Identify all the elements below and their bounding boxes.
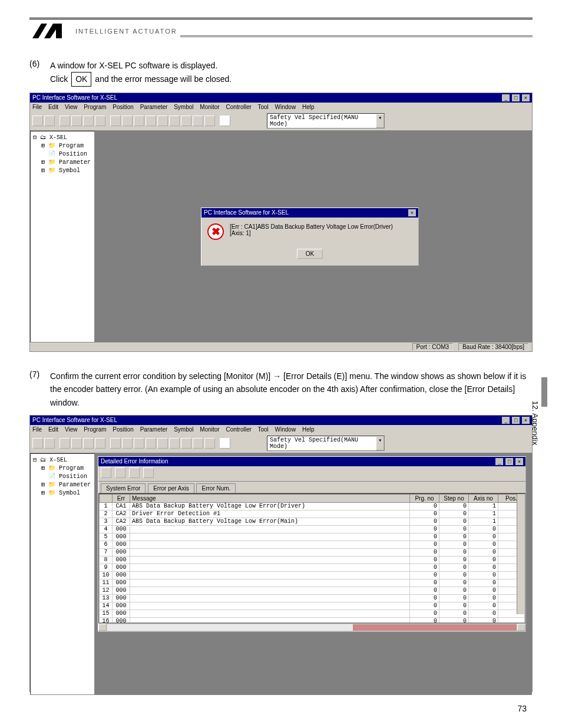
table-row[interactable]: 14000000: [100, 602, 525, 610]
menu-parameter[interactable]: Parameter: [140, 426, 168, 433]
refresh-icon[interactable]: [143, 467, 154, 478]
table-row[interactable]: 6000000: [100, 541, 525, 548]
tool-btn[interactable]: [44, 438, 55, 449]
tree-root[interactable]: ⊟🗂 X-SEL: [33, 456, 92, 465]
menu-edit[interactable]: Edit: [48, 426, 58, 433]
table-row[interactable]: 9000000: [100, 564, 525, 571]
table-row[interactable]: 4000000: [100, 525, 525, 533]
tool-btn[interactable]: [193, 438, 203, 449]
tool-btn[interactable]: [169, 438, 180, 449]
tool-btn[interactable]: [95, 438, 105, 449]
table-row[interactable]: 2CA2Driver Error Detection #1001: [100, 510, 525, 518]
table-row[interactable]: 10000000: [100, 571, 525, 579]
menu-file[interactable]: File: [32, 426, 42, 433]
vertical-scrollbar[interactable]: [517, 494, 525, 614]
table-row[interactable]: 3CA2ABS Data Backup Battery Voltage Low …: [100, 518, 525, 525]
menu-position[interactable]: Position: [113, 426, 134, 433]
minimize-icon[interactable]: _: [495, 458, 503, 465]
close-icon[interactable]: ×: [522, 94, 530, 101]
tool-btn[interactable]: [110, 116, 121, 126]
stop-btn[interactable]: [220, 438, 230, 449]
tool-btn[interactable]: [181, 116, 191, 126]
menu-controller[interactable]: Controller: [226, 104, 251, 110]
tree-item-position[interactable]: 📄 Position: [41, 473, 92, 481]
menu-symbol[interactable]: Symbol: [174, 104, 193, 110]
tool-btn[interactable]: [193, 116, 203, 126]
menu-file[interactable]: File: [32, 104, 42, 110]
minimize-icon[interactable]: _: [502, 94, 510, 101]
tool-btn[interactable]: [32, 438, 43, 449]
tree-item-program[interactable]: ⊞📁 Program: [41, 142, 92, 150]
close-icon[interactable]: ×: [522, 417, 530, 424]
menu-position[interactable]: Position: [113, 104, 134, 110]
tool-btn[interactable]: [134, 116, 144, 126]
tool-btn[interactable]: [122, 116, 133, 126]
tab-system-error[interactable]: System Error: [101, 483, 146, 493]
table-row[interactable]: 13000000: [100, 594, 525, 602]
tree-item-parameter[interactable]: ⊞📁 Parameter: [41, 481, 92, 489]
tool-btn[interactable]: [129, 467, 140, 478]
table-row[interactable]: 7000000: [100, 548, 525, 556]
table-row[interactable]: 12000000: [100, 587, 525, 594]
scroll-track[interactable]: [107, 624, 517, 631]
menu-tool[interactable]: Tool: [257, 426, 268, 433]
tree-root[interactable]: ⊟🗂 X-SEL: [33, 134, 92, 142]
stop-btn[interactable]: [220, 116, 230, 126]
print-icon[interactable]: [115, 467, 125, 478]
tool-btn[interactable]: [157, 438, 168, 449]
tool-btn[interactable]: [71, 438, 82, 449]
menu-window[interactable]: Window: [275, 104, 296, 110]
menu-window[interactable]: Window: [275, 426, 296, 433]
tool-btn[interactable]: [122, 438, 133, 449]
table-row[interactable]: 11000000: [100, 579, 525, 587]
tool-btn[interactable]: [204, 116, 215, 126]
tree-item-parameter[interactable]: ⊞📁 Parameter: [41, 159, 92, 167]
tool-btn[interactable]: [59, 116, 70, 126]
tool-btn[interactable]: [134, 438, 144, 449]
tree-item-symbol[interactable]: ⊞📁 Symbol: [41, 489, 92, 498]
menu-view[interactable]: View: [65, 426, 78, 433]
table-row[interactable]: 16000000: [100, 617, 525, 623]
tree-item-symbol[interactable]: ⊞📁 Symbol: [41, 167, 92, 175]
tool-btn[interactable]: [110, 438, 121, 449]
menu-symbol[interactable]: Symbol: [174, 426, 193, 433]
minimize-icon[interactable]: _: [502, 417, 510, 424]
mode-combo[interactable]: Safety Vel Specified(MANU Mode) ▾: [267, 436, 385, 451]
tab-error-num[interactable]: Error Num.: [196, 483, 236, 493]
menu-help[interactable]: Help: [302, 426, 315, 433]
tool-btn[interactable]: [71, 116, 82, 126]
tool-btn[interactable]: [32, 116, 43, 126]
maximize-icon[interactable]: □: [512, 94, 520, 101]
table-row[interactable]: 15000000: [100, 610, 525, 617]
ok-button[interactable]: OK: [297, 249, 323, 259]
table-row[interactable]: 1CA1ABS Data Backup Battery Voltage Low …: [100, 502, 525, 510]
table-row[interactable]: 8000000: [100, 556, 525, 564]
scroll-left-icon[interactable]: [98, 624, 107, 631]
maximize-icon[interactable]: □: [512, 417, 520, 424]
close-icon[interactable]: ×: [515, 458, 523, 465]
chevron-down-icon[interactable]: ▾: [376, 114, 384, 128]
tree-item-position[interactable]: 📄 Position: [41, 150, 92, 159]
menu-parameter[interactable]: Parameter: [140, 104, 168, 110]
tool-btn[interactable]: [157, 116, 168, 126]
tool-btn[interactable]: [44, 116, 55, 126]
tool-btn[interactable]: [83, 438, 94, 449]
tool-btn[interactable]: [204, 438, 215, 449]
menu-program[interactable]: Program: [84, 104, 106, 110]
tree-item-program[interactable]: ⊞📁 Program: [41, 465, 92, 473]
tool-btn[interactable]: [83, 116, 94, 126]
maximize-icon[interactable]: □: [505, 458, 513, 465]
menu-edit[interactable]: Edit: [48, 104, 58, 110]
tab-error-per-axis[interactable]: Error per Axis: [148, 483, 194, 493]
chevron-down-icon[interactable]: ▾: [376, 436, 384, 450]
tool-btn[interactable]: [95, 116, 105, 126]
mode-combo[interactable]: Safety Vel Specified(MANU Mode) ▾: [267, 113, 385, 129]
tool-btn[interactable]: [181, 438, 191, 449]
close-icon[interactable]: ×: [408, 209, 416, 216]
save-icon[interactable]: [101, 467, 111, 478]
horizontal-scrollbar[interactable]: [98, 623, 525, 631]
menu-view[interactable]: View: [65, 104, 78, 110]
menu-monitor[interactable]: Monitor: [200, 426, 219, 433]
table-row[interactable]: 5000000: [100, 533, 525, 541]
scroll-right-icon[interactable]: [517, 624, 525, 631]
